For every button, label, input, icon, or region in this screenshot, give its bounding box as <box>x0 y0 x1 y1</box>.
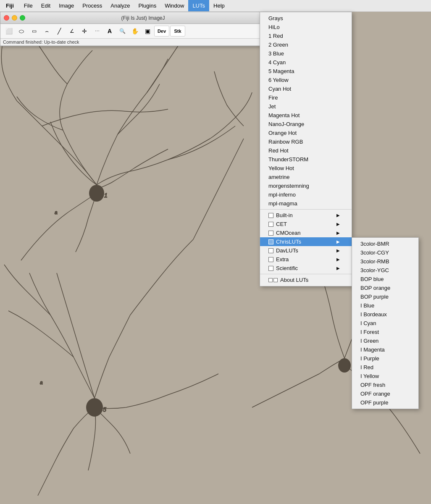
angle-tool[interactable]: ∠ <box>66 26 78 37</box>
lut-cyanhot[interactable]: Cyan Hot <box>260 84 352 93</box>
sub-bop-orange[interactable]: BOP orange <box>352 284 418 292</box>
sub-3color-bmr[interactable]: 3color-BMR <box>352 239 418 248</box>
zoom-tool[interactable]: 🔍 <box>116 26 128 37</box>
sub-opf-purple[interactable]: OPF purple <box>352 398 418 407</box>
lut-jet[interactable]: Jet <box>260 102 352 111</box>
chrisluts-submenu: 3color-BMR 3color-CGY 3color-RMB 3color-… <box>352 237 419 409</box>
lut-extra-container[interactable]: Extra ▶ <box>260 255 352 264</box>
lut-fire[interactable]: Fire <box>260 93 352 102</box>
sub-3color-cgy[interactable]: 3color-CGY <box>352 248 418 257</box>
status-text: Command finished: Up-to-date check <box>3 39 79 45</box>
davluts-arrow: ▶ <box>336 248 340 253</box>
lut-hilo[interactable]: HiLo <box>260 23 352 32</box>
close-button[interactable] <box>4 15 9 21</box>
sub-i-yellow[interactable]: I Yellow <box>352 372 418 381</box>
builtin-arrow: ▶ <box>336 213 340 218</box>
lut-builtin[interactable]: Built-in ▶ <box>260 211 352 220</box>
lut-5magenta[interactable]: 5 Magenta <box>260 67 352 76</box>
lut-davluts[interactable]: DavLUTs ▶ <box>260 246 352 255</box>
lut-magentahot[interactable]: Magenta Hot <box>260 111 352 120</box>
lut-thunderstorm[interactable]: ThunderSTORM <box>260 155 352 164</box>
about-checkbox2 <box>273 278 278 282</box>
menu-image[interactable]: Image <box>55 0 78 11</box>
lut-morgen[interactable]: morgenstemning <box>260 181 352 190</box>
lut-nanojor[interactable]: NanoJ-Orange <box>260 120 352 129</box>
lut-cet-container[interactable]: CET ▶ <box>260 220 352 228</box>
sub-i-green[interactable]: I Green <box>352 336 418 345</box>
lut-mplinferno[interactable]: mpl-inferno <box>260 190 352 199</box>
sub-opf-orange[interactable]: OPF orange <box>352 389 418 398</box>
sub-bop-blue[interactable]: BOP blue <box>352 275 418 284</box>
pan-tool[interactable]: ✋ <box>129 26 141 37</box>
title-bar: (Fiji Is Just) ImageJ <box>0 12 260 24</box>
oval-tool[interactable]: ⬭ <box>16 26 27 37</box>
sub-i-forest[interactable]: I Forest <box>352 328 418 336</box>
menu-window[interactable]: Window <box>160 0 188 11</box>
extra-arrow: ▶ <box>336 257 340 262</box>
lut-scientific[interactable]: Scientific ▶ <box>260 264 352 273</box>
sub-i-blue[interactable]: I Blue <box>352 301 418 310</box>
extra-checkbox <box>268 257 273 262</box>
lut-builtin-container[interactable]: Built-in ▶ <box>260 211 352 220</box>
point-tool[interactable]: ✛ <box>79 26 90 37</box>
lut-chrisluts-container[interactable]: ChrisLUTs ▶ 3color-BMR 3color-CGY 3color… <box>260 237 352 246</box>
svg-text:1: 1 <box>104 192 108 199</box>
lut-1red[interactable]: 1 Red <box>260 32 352 40</box>
sub-3color-rmb[interactable]: 3color-RMB <box>352 257 418 266</box>
lut-3blue[interactable]: 3 Blue <box>260 49 352 58</box>
color-picker-tool[interactable]: ▣ <box>142 26 153 37</box>
sub-i-purple[interactable]: I Purple <box>352 354 418 363</box>
lut-grays[interactable]: Grays <box>260 14 352 23</box>
line-tool[interactable]: ╱ <box>53 26 65 37</box>
menu-analyze[interactable]: Analyze <box>106 0 134 11</box>
lut-aboutluts[interactable]: About LUTs <box>260 276 352 284</box>
svg-text:a: a <box>40 380 43 386</box>
svg-text:5: 5 <box>103 406 106 413</box>
lut-cmocean[interactable]: CMOcean ▶ <box>260 228 352 237</box>
menu-file[interactable]: File <box>20 0 37 11</box>
sub-i-red[interactable]: I Red <box>352 363 418 372</box>
wand-tool[interactable]: ⋯ <box>91 26 103 37</box>
lut-mplmagma[interactable]: mpl-magma <box>260 199 352 208</box>
lut-extra[interactable]: Extra ▶ <box>260 255 352 264</box>
menu-help[interactable]: Help <box>209 0 229 11</box>
maximize-button[interactable] <box>20 15 25 21</box>
text-tool[interactable]: A <box>104 26 116 37</box>
app-name[interactable]: Fiji <box>0 1 20 10</box>
freehand-tool[interactable]: ⌢ <box>41 26 53 37</box>
stk-button[interactable]: Stk <box>170 26 185 37</box>
menu-divider-2 <box>260 274 352 274</box>
menu-process[interactable]: Process <box>78 0 106 11</box>
sub-bop-purple[interactable]: BOP purple <box>352 292 418 301</box>
lut-6yellow[interactable]: 6 Yellow <box>260 76 352 84</box>
menu-edit[interactable]: Edit <box>37 0 55 11</box>
lut-davluts-container[interactable]: DavLUTs ▶ <box>260 246 352 255</box>
lut-chrisluts[interactable]: ChrisLUTs ▶ <box>260 237 352 246</box>
sub-3color-ygc[interactable]: 3color-YGC <box>352 266 418 275</box>
menu-bar: Fiji File Edit Image Process Analyze Plu… <box>0 0 431 12</box>
sub-opf-fresh[interactable]: OPF fresh <box>352 381 418 389</box>
lut-rainbowrgb[interactable]: Rainbow RGB <box>260 137 352 146</box>
menu-plugins[interactable]: Plugins <box>134 0 161 11</box>
menu-luts[interactable]: LUTs <box>188 0 209 11</box>
sub-i-magenta[interactable]: I Magenta <box>352 345 418 354</box>
lut-scientific-container[interactable]: Scientific ▶ <box>260 264 352 273</box>
lut-2green[interactable]: 2 Green <box>260 40 352 49</box>
lut-orangehot[interactable]: Orange Hot <box>260 129 352 137</box>
menu-divider-1 <box>260 209 352 210</box>
sub-i-bordeaux[interactable]: I Bordeaux <box>352 310 418 319</box>
sub-i-cyan[interactable]: I Cyan <box>352 319 418 328</box>
lut-redhot[interactable]: Red Hot <box>260 146 352 155</box>
chrisluts-arrow: ▶ <box>336 239 340 244</box>
rectangle-tool[interactable]: ⬜ <box>3 26 15 37</box>
dev-button[interactable]: Dev <box>154 26 169 37</box>
luts-dropdown: Grays HiLo 1 Red 2 Green 3 Blue 4 Cyan 5… <box>260 12 352 286</box>
lut-ametrine[interactable]: ametrine <box>260 173 352 181</box>
lut-4cyan[interactable]: 4 Cyan <box>260 58 352 67</box>
lut-cmocean-container[interactable]: CMOcean ▶ <box>260 228 352 237</box>
builtin-checkbox <box>268 213 273 218</box>
rounded-rect-tool[interactable]: ▭ <box>28 26 40 37</box>
lut-yellowhot[interactable]: Yellow Hot <box>260 164 352 173</box>
lut-cet[interactable]: CET ▶ <box>260 220 352 228</box>
minimize-button[interactable] <box>12 15 17 21</box>
